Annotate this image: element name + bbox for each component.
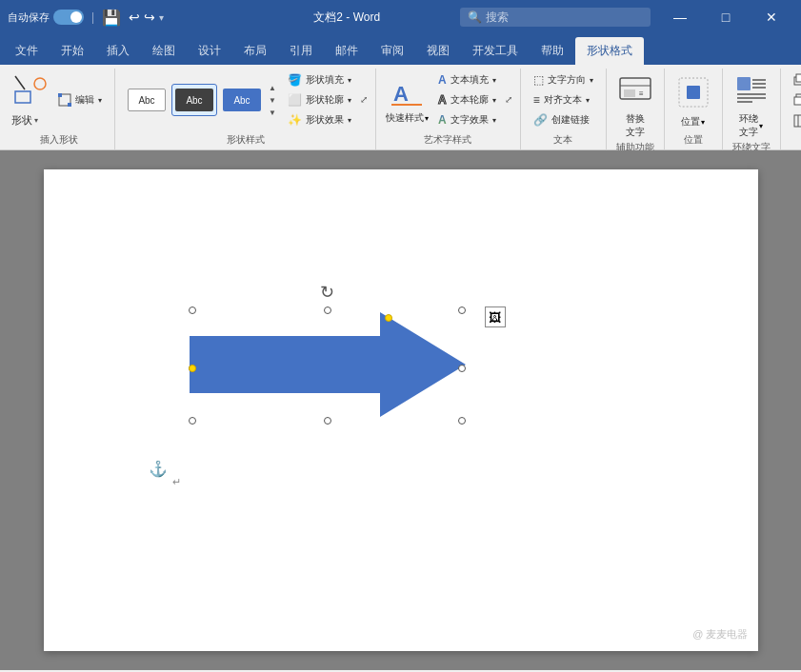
effect-chevron[interactable]: ▾ xyxy=(348,116,351,125)
svg-text:A: A xyxy=(393,82,409,106)
create-link-btn[interactable]: 🔗 创建链接 xyxy=(529,110,598,129)
link-icon: 🔗 xyxy=(533,113,548,127)
arrow-shape[interactable] xyxy=(190,307,466,422)
anchor-icon[interactable]: ⚓ xyxy=(149,460,168,478)
shape-dropdown-icon[interactable]: ▾ xyxy=(34,116,38,125)
wrap-text-btn[interactable] xyxy=(731,69,772,110)
style-blue[interactable]: Abc xyxy=(219,84,265,116)
group-helper-content: ≡ 替换文字 xyxy=(614,69,656,139)
autosave-toggle[interactable] xyxy=(53,10,84,25)
wrap-chevron[interactable]: ▾ xyxy=(759,122,763,130)
select-pane-btn[interactable]: 选择窗格 xyxy=(789,111,801,130)
tab-home[interactable]: 开始 xyxy=(50,37,95,65)
document-page: ⚓ ↵ ↻ xyxy=(44,169,758,651)
text-direction-btn[interactable]: ⬚ 文字方向 ▾ xyxy=(529,70,598,89)
save-icons[interactable]: 💾 ↩ ↪ ▾ xyxy=(102,9,164,27)
edit-dropdown[interactable]: ▾ xyxy=(98,96,102,105)
move-up-btn[interactable]: 上移一层 ▾ xyxy=(789,69,801,89)
handle-tl[interactable] xyxy=(189,306,196,314)
handle-tc[interactable] xyxy=(324,306,331,314)
shape-outline-btn[interactable]: ⬜ 形状轮廓 ▾ xyxy=(283,90,356,109)
quick-style-label: 快速样式 xyxy=(386,111,424,125)
outline-chevron[interactable]: ▾ xyxy=(348,96,351,105)
text-fill-chevron[interactable]: ▾ xyxy=(492,76,496,85)
text-dir-chevron[interactable]: ▾ xyxy=(590,76,593,85)
style-outline-preview: Abc xyxy=(128,89,166,111)
search-box[interactable]: 🔍 xyxy=(460,8,651,27)
text-direction-label: 文字方向 xyxy=(548,73,586,87)
align-text-btn[interactable]: ≡ 对齐文本 ▾ xyxy=(529,90,598,109)
handle-bl[interactable] xyxy=(189,417,196,425)
tab-layout[interactable]: 布局 xyxy=(232,37,278,65)
search-input[interactable] xyxy=(486,10,638,24)
quick-style-btn[interactable]: A xyxy=(384,75,430,111)
svg-point-1 xyxy=(34,78,46,89)
autosave-area[interactable]: 自动保存 xyxy=(8,10,84,25)
shape-button[interactable] xyxy=(11,73,50,109)
shape-container[interactable]: 🖼 xyxy=(182,293,477,426)
scroll-mid-arrow[interactable]: ▼ xyxy=(266,94,279,106)
tab-design[interactable]: 设计 xyxy=(187,37,232,65)
tab-shape-format[interactable]: 形状格式 xyxy=(575,37,644,65)
svg-rect-22 xyxy=(796,74,801,82)
align-chevron[interactable]: ▾ xyxy=(586,96,590,105)
group-shape-styles: Abc Abc Abc ▲ ▼ ▼ 🪣 形状填充 ▾ xyxy=(115,69,376,149)
save-icon[interactable]: 💾 xyxy=(102,9,121,27)
minimize-button[interactable]: — xyxy=(658,0,702,34)
position-btn[interactable] xyxy=(672,71,714,113)
group-shape-styles-content: Abc Abc Abc ▲ ▼ ▼ 🪣 形状填充 ▾ xyxy=(123,69,368,131)
more-icon[interactable]: ▾ xyxy=(159,12,164,23)
tab-developer[interactable]: 开发工具 xyxy=(461,37,530,65)
handle-mr[interactable] xyxy=(458,365,466,372)
layout-options-btn[interactable]: 🖼 xyxy=(485,306,506,327)
group-arrange-label: 排列 xyxy=(789,131,801,149)
undo-icon[interactable]: ↩ xyxy=(129,10,140,25)
maximize-button[interactable]: □ xyxy=(704,0,748,34)
handle-yellow-left[interactable] xyxy=(189,365,196,372)
tab-view[interactable]: 视图 xyxy=(415,37,461,65)
svg-rect-10 xyxy=(624,89,635,97)
handle-bc[interactable] xyxy=(324,417,331,425)
shape-fill-btn[interactable]: 🪣 形状填充 ▾ xyxy=(283,70,356,89)
text-outline-btn[interactable]: A 文本轮廓 ▾ xyxy=(433,90,501,109)
group-position-content: 位置 ▾ xyxy=(672,69,714,131)
effect-icon: ✨ xyxy=(288,113,302,127)
style-dark[interactable]: Abc xyxy=(171,84,217,116)
redo-icon[interactable]: ↪ xyxy=(144,10,155,25)
tab-insert[interactable]: 插入 xyxy=(95,37,141,65)
edit-points-btn[interactable]: 编辑 ▾ xyxy=(53,90,107,109)
alt-text-label: 替换文字 xyxy=(626,112,645,139)
quick-style-chevron[interactable]: ▾ xyxy=(425,114,429,123)
shape-effect-btn[interactable]: ✨ 形状效果 ▾ xyxy=(283,110,356,129)
tab-help[interactable]: 帮助 xyxy=(530,37,575,65)
scroll-up-arrow[interactable]: ▲ xyxy=(266,82,279,93)
tab-mailings[interactable]: 邮件 xyxy=(324,37,370,65)
art-text-expand[interactable]: ⤢ xyxy=(505,94,512,105)
handle-tr[interactable] xyxy=(458,306,466,314)
text-outline-chevron[interactable]: ▾ xyxy=(492,96,496,105)
position-chevron[interactable]: ▾ xyxy=(701,118,705,127)
fill-chevron[interactable]: ▾ xyxy=(348,76,351,85)
group-insert-shape: 形状 ▾ 编辑 ▾ 插入形状 xyxy=(4,69,115,149)
style-outline[interactable]: Abc xyxy=(124,84,170,116)
tab-file[interactable]: 文件 xyxy=(4,37,50,65)
style-scroll[interactable]: ▲ ▼ ▼ xyxy=(266,82,279,118)
window-controls[interactable]: — □ ✕ xyxy=(658,0,793,34)
text-effect-chevron[interactable]: ▾ xyxy=(492,116,496,125)
handle-br[interactable] xyxy=(458,417,466,425)
scroll-down-arrow[interactable]: ▼ xyxy=(266,107,279,118)
tab-references[interactable]: 引用 xyxy=(278,37,324,65)
handle-yellow-top[interactable] xyxy=(385,314,392,322)
svg-text:≡: ≡ xyxy=(639,89,644,98)
text-effect-btn[interactable]: A 文字效果 ▾ xyxy=(433,110,501,129)
shape-effect-label: 形状效果 xyxy=(306,113,344,127)
group-insert-shape-label: 插入形状 xyxy=(11,131,107,149)
text-fill-btn[interactable]: A 文本填充 ▾ xyxy=(433,70,501,89)
alt-text-btn[interactable]: ≡ xyxy=(614,69,656,110)
close-button[interactable]: ✕ xyxy=(750,0,793,34)
title-bar-left: 自动保存 | 💾 ↩ ↪ ▾ xyxy=(8,9,234,27)
move-down-btn[interactable]: 下移一层 ▾ xyxy=(789,90,801,109)
shape-styles-expand[interactable]: ⤢ xyxy=(360,94,368,105)
tab-draw[interactable]: 绘图 xyxy=(141,37,187,65)
tab-review[interactable]: 审阅 xyxy=(370,37,415,65)
